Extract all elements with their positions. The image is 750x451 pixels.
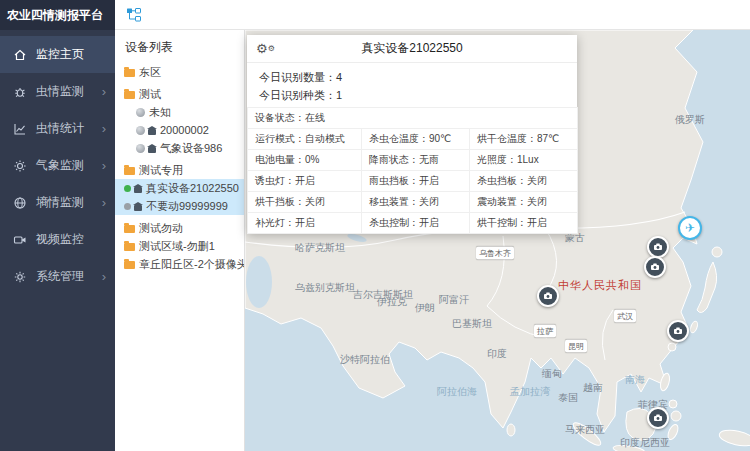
status-cell: 光照度：1Lux (470, 150, 578, 171)
status-cell: 烘干挡板：关闭 (248, 192, 362, 213)
folder-icon (124, 225, 135, 233)
device-lamp-icon (148, 129, 156, 135)
status-cell: 杀虫挡板：关闭 (470, 171, 578, 192)
stat-recognized-count: 今日识别数量：4 (259, 68, 565, 86)
chevron-right-icon: › (102, 270, 106, 283)
sidebar-item-label: 墒情监测 (36, 194, 84, 211)
status-cell: 雨虫挡板：开启 (362, 171, 470, 192)
sidebar-item-home[interactable]: 监控主页 (0, 36, 115, 73)
device-info-popup: ⚙⚙ 真实设备21022550 今日识别数量：4 今日识别种类：1 设备状态：在… (247, 35, 577, 234)
tree-device-donttouch-99999999[interactable]: 不要动99999999 (115, 197, 244, 215)
tree-folder-zhangqiu-cameras[interactable]: 章丘阳丘区-2个摄像头 (115, 255, 244, 273)
tree-folder-test-nomove[interactable]: 测试勿动 (115, 219, 244, 237)
chevron-right-icon: › (102, 122, 106, 135)
status-dot-offline (124, 203, 131, 210)
device-lamp-icon (134, 205, 142, 211)
home-icon (13, 48, 27, 62)
chevron-right-icon: › (102, 85, 106, 98)
status-cell: 降雨状态：无雨 (362, 150, 470, 171)
sidebar-item-insect-stats[interactable]: 虫情统计 › (0, 110, 115, 147)
sphere-icon (136, 126, 145, 135)
folder-icon (124, 91, 135, 99)
chevron-right-icon: › (102, 196, 106, 209)
status-dot-online (124, 185, 131, 192)
bug-icon (13, 85, 27, 99)
device-status-cell: 设备状态：在线 (248, 108, 578, 129)
tree-toggle-icon[interactable] (126, 7, 142, 23)
sidebar-item-soil-monitor[interactable]: 墒情监测 › (0, 184, 115, 221)
folder-icon (124, 69, 135, 77)
popup-stats: 今日识别数量：4 今日识别种类：1 (247, 63, 577, 107)
status-cell: 杀虫仓温度：90℃ (362, 129, 470, 150)
stat-recognized-types: 今日识别种类：1 (259, 86, 565, 104)
popup-title: 真实设备21022550 (361, 41, 462, 55)
app-title: 农业四情测报平台 (0, 0, 115, 30)
plane-marker[interactable]: ✈ (678, 216, 702, 240)
sidebar-item-label: 气象监测 (36, 157, 84, 174)
line-chart-icon (13, 122, 27, 136)
popup-header: ⚙⚙ 真实设备21022550 (247, 35, 577, 63)
status-cell: 运行模式：自动模式 (248, 129, 362, 150)
tree-device-unknown[interactable]: 未知 (115, 103, 244, 121)
sidebar-item-insect-monitor[interactable]: 虫情监测 › (0, 73, 115, 110)
device-lamp-icon (148, 147, 156, 153)
settings-gear-icon[interactable]: ⚙⚙ (256, 35, 275, 62)
globe-icon (13, 196, 27, 210)
sidebar: 农业四情测报平台 监控主页 虫情监测 › 虫情统计 › 气象 (0, 0, 115, 451)
sidebar-item-label: 虫情统计 (36, 120, 84, 137)
tree-device-20000002[interactable]: 20000002 (115, 121, 244, 139)
device-status-table: 设备状态：在线 运行模式：自动模式 杀虫仓温度：90℃ 烘干仓温度：87℃ 电池… (247, 107, 578, 234)
status-cell: 补光灯：开启 (248, 213, 362, 234)
device-lamp-icon (134, 187, 142, 193)
tree-folder-test-area[interactable]: 测试区域-勿删1 (115, 237, 244, 255)
sidebar-item-label: 系统管理 (36, 268, 84, 285)
chevron-right-icon: › (102, 159, 106, 172)
tree-folder-test[interactable]: 测试 (115, 85, 244, 103)
gear-icon (13, 270, 27, 284)
sidebar-item-label: 监控主页 (36, 46, 84, 63)
sidebar-item-system-manage[interactable]: 系统管理 › (0, 258, 115, 295)
status-cell: 移虫装置：关闭 (362, 192, 470, 213)
video-camera-icon (13, 233, 27, 247)
folder-icon (124, 167, 135, 175)
folder-icon (124, 261, 135, 269)
status-cell: 烘干仓温度：87℃ (470, 129, 578, 150)
folder-icon (124, 243, 135, 251)
sidebar-item-weather-monitor[interactable]: 气象监测 › (0, 147, 115, 184)
status-cell: 诱虫灯：开启 (248, 171, 362, 192)
sidebar-item-label: 视频监控 (36, 231, 84, 248)
sidebar-item-video-monitor[interactable]: 视频监控 (0, 221, 115, 258)
device-list-title: 设备列表 (115, 30, 244, 63)
tree-device-real-21022550[interactable]: 真实设备21022550 (115, 179, 244, 197)
status-cell: 震动装置：关闭 (470, 192, 578, 213)
tree-folder-east-zone[interactable]: 东区 (115, 63, 244, 81)
plane-icon: ✈ (685, 221, 695, 235)
status-cell: 杀虫控制：开启 (362, 213, 470, 234)
sphere-icon (136, 108, 145, 117)
device-list-panel: 设备列表 东区 测试 未知 20000002 气象设备986 测试专用 真实设备… (115, 30, 245, 451)
sidebar-menu: 监控主页 虫情监测 › 虫情统计 › 气象监测 › (0, 30, 115, 295)
topbar (115, 0, 750, 30)
tree-device-weather-986[interactable]: 气象设备986 (115, 139, 244, 157)
tree-folder-test-only[interactable]: 测试专用 (115, 161, 244, 179)
sidebar-item-label: 虫情监测 (36, 83, 84, 100)
status-cell: 电池电量：0% (248, 150, 362, 171)
sphere-icon (136, 144, 145, 153)
sun-icon (13, 159, 27, 173)
status-cell: 烘干控制：开启 (470, 213, 578, 234)
